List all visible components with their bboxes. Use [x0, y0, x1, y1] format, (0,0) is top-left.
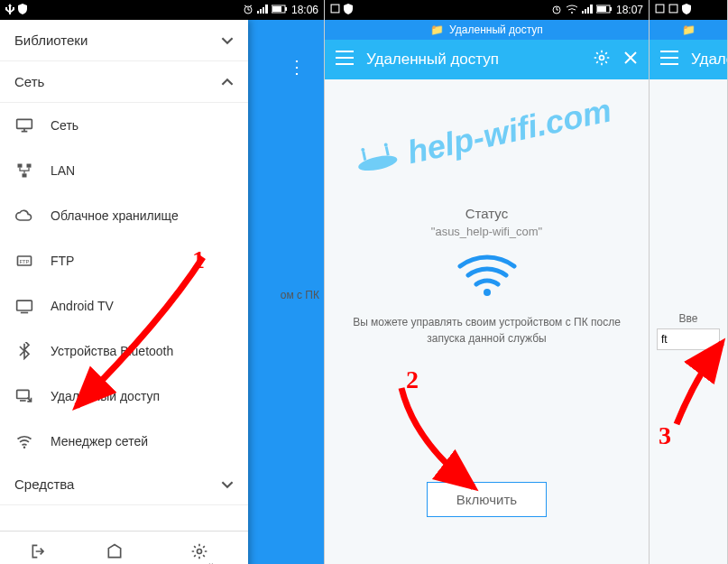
bg-text-fragment: ом с ПК [281, 289, 319, 301]
wifi-settings-icon [14, 431, 34, 451]
signal-icon [582, 4, 593, 16]
watermark-text: help-wifi.com [350, 88, 614, 182]
input-label: Вве [650, 312, 727, 325]
phone-screenshot-2: 18:07 📁 Удаленный доступ Удаленный досту… [325, 0, 650, 564]
section-network[interactable]: Сеть [0, 61, 248, 103]
theme-icon [106, 542, 124, 560]
svg-rect-28 [656, 5, 664, 13]
svg-rect-7 [23, 173, 27, 177]
alarm-icon [551, 4, 562, 17]
drawer-item-ftp[interactable]: FTP FTP [0, 238, 248, 283]
remote-access-screen: Вве [650, 79, 727, 564]
status-label: Статус [431, 206, 542, 221]
svg-point-23 [600, 55, 604, 60]
drawer-item-label: Android TV [51, 299, 114, 313]
app-icon: 📁 [682, 23, 696, 36]
description-text: Вы можете управлять своим устройством с … [343, 314, 631, 347]
exit-icon [30, 542, 48, 560]
close-icon[interactable] [623, 51, 638, 69]
navigation-drawer: Библиотеки Сеть Сеть LAN Облачно [0, 20, 248, 564]
router-icon [350, 134, 402, 182]
svg-point-12 [23, 446, 26, 448]
shield-icon [682, 4, 691, 17]
drawer-item-label: Облачное хранилище [51, 208, 179, 223]
wifi-large-icon [456, 253, 519, 301]
bluetooth-icon [14, 341, 34, 361]
section-label: Средства [14, 476, 74, 492]
drawer-item-network[interactable]: Сеть [0, 103, 248, 148]
drawer-item-label: Удаленный доступ [51, 389, 160, 403]
drawer-item-label: FTP [51, 254, 74, 268]
svg-rect-20 [336, 51, 354, 52]
section-libraries[interactable]: Библиотеки [0, 20, 248, 61]
svg-point-13 [197, 550, 201, 554]
chevron-down-icon [221, 34, 234, 47]
drawer-item-label: Сеть [51, 118, 78, 133]
app-icon: 📁 [430, 23, 444, 36]
app-toolbar: Удале [650, 40, 727, 79]
enable-button[interactable]: Включить [427, 482, 547, 517]
tv-icon [14, 296, 34, 316]
drawer-item-androidtv[interactable]: Android TV [0, 283, 248, 328]
drawer-item-lan[interactable]: LAN [0, 148, 248, 193]
svg-text:FTP: FTP [19, 259, 29, 264]
svg-rect-10 [17, 300, 32, 310]
drawer-item-netmanager[interactable]: Менеджер сетей [0, 419, 248, 464]
remote-access-screen: help-wifi.com Статус "asus_help-wifi_com… [325, 79, 649, 564]
svg-rect-4 [17, 119, 32, 128]
section-tools[interactable]: Средства [0, 464, 248, 505]
usb-icon [5, 4, 14, 17]
svg-rect-32 [660, 63, 678, 65]
svg-point-27 [484, 289, 491, 296]
svg-rect-6 [27, 164, 32, 168]
drawer-item-remote[interactable]: Удаленный доступ [0, 374, 248, 419]
drawer-item-cloud[interactable]: Облачное хранилище [0, 193, 248, 238]
settings-button[interactable]: Настройки [166, 539, 233, 564]
status-value: "asus_help-wifi_com" [431, 225, 542, 238]
drawer-item-label: LAN [51, 163, 75, 178]
app-toolbar: Удаленный доступ [325, 40, 649, 79]
svg-rect-5 [18, 164, 23, 168]
recent-app-bar: 📁 Удаленный доступ [325, 20, 649, 40]
screenshot-icon [668, 4, 678, 17]
background-app: ⋮ ом с ПК [247, 20, 324, 564]
status-bar [650, 0, 727, 20]
wifi-icon [566, 4, 578, 16]
shield-icon [344, 4, 353, 17]
section-label: Сеть [14, 74, 44, 89]
toolbar-title: Удаленный доступ [366, 51, 580, 69]
exit-button[interactable]: Выход [15, 539, 63, 564]
theme-button[interactable]: Тема [94, 539, 135, 564]
phone-screenshot-1: 18:06 ⋮ ом с ПК Библиотеки Сеть Сеть [0, 0, 325, 564]
ftp-address-input[interactable] [657, 328, 720, 350]
section-label: Библиотеки [14, 32, 88, 48]
status-block: Статус "asus_help-wifi_com" [431, 206, 542, 238]
menu-icon[interactable] [336, 51, 354, 69]
annotation-marker-3: 3 [659, 421, 671, 450]
recent-app-bar: 📁 [650, 20, 727, 40]
svg-point-25 [361, 148, 365, 153]
svg-rect-30 [660, 51, 678, 52]
drawer-item-label: Менеджер сетей [51, 434, 148, 448]
svg-rect-22 [336, 63, 354, 65]
svg-rect-3 [272, 6, 281, 12]
battery-icon [596, 4, 613, 16]
recent-title: Удаленный доступ [449, 23, 543, 36]
overflow-menu-icon[interactable]: ⋮ [288, 56, 306, 78]
signal-icon [257, 4, 268, 16]
gear-icon[interactable] [593, 49, 611, 71]
svg-rect-18 [610, 7, 612, 11]
menu-icon[interactable] [660, 51, 678, 69]
cloud-icon [14, 206, 34, 226]
svg-point-16 [571, 12, 573, 14]
monitor-icon [14, 116, 34, 135]
chevron-down-icon [221, 478, 234, 491]
drawer-item-label: Устройства Bluetooth [51, 344, 173, 358]
svg-rect-29 [669, 5, 677, 13]
annotation-marker-1: 1 [192, 245, 205, 274]
svg-rect-31 [660, 57, 678, 59]
drawer-bottom-bar: Выход Тема Настройки [0, 531, 248, 564]
chevron-up-icon [221, 76, 234, 88]
lan-icon [14, 161, 34, 180]
drawer-item-bluetooth[interactable]: Устройства Bluetooth [0, 328, 248, 374]
